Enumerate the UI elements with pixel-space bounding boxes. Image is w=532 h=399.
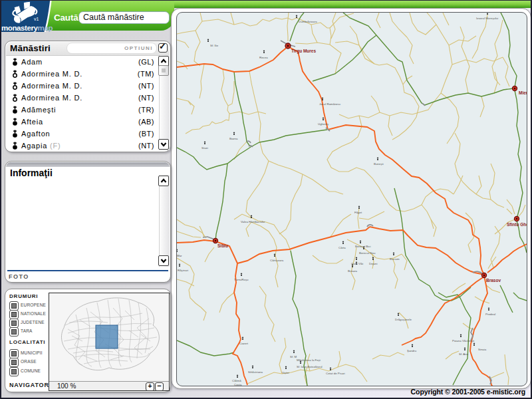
svg-text:Răşinari: Răşinari (178, 269, 188, 272)
svg-text:Sibiu: Sibiu (217, 243, 228, 248)
svg-text:Făget: Făget (354, 211, 362, 214)
svg-text:Drăguşanele: Drăguşanele (395, 318, 412, 321)
svg-text:Viştei: Viştei (282, 371, 289, 374)
svg-text:Bozna: Bozna (229, 137, 238, 140)
svg-text:Predeal: Predeal (485, 313, 495, 316)
svg-text:Poiana Văcăreşti: Poiana Văcăreşti (452, 339, 474, 342)
svg-text:Cozert: Cozert (239, 342, 249, 345)
svg-text:Gura Văii: Gura Văii (351, 262, 363, 265)
svg-text:Sf. M: Sf. M (290, 355, 297, 358)
svg-text:Berecut Bici: Berecut Bici (355, 245, 370, 248)
svg-text:Ugheniş: Ugheniş (318, 122, 329, 126)
svg-text:Sf. Ilie: Sf. Ilie (210, 44, 219, 47)
svg-text:Cârtişoara: Cârtişoara (270, 259, 284, 262)
svg-text:Valea Hârtibaciului: Valea Hârtibaciului (241, 220, 265, 223)
svg-text:Sihăstriana: Sihăstriana (248, 370, 263, 374)
svg-text:Cârta: Cârta (338, 246, 346, 249)
svg-text:Dejani: Dejani (369, 262, 377, 265)
svg-text:Cetat de Pisari: Cetat de Pisari (326, 372, 345, 375)
svg-text:Mar: Mar (177, 254, 182, 257)
svg-text:Sfintu Ghe: Sfintu Ghe (507, 222, 527, 227)
svg-text:Stuei: Stuei (201, 146, 208, 150)
svg-text:Breaza: Breaza (348, 269, 357, 273)
svg-text:Recea: Recea (259, 56, 268, 59)
svg-text:Şandru: Şandru (407, 349, 417, 352)
svg-text:Izvorul Mureşului: Izvorul Mureşului (476, 17, 498, 20)
svg-text:Sinaia: Sinaia (478, 348, 487, 351)
svg-text:Bucium: Bucium (390, 257, 400, 261)
svg-text:Tirgu Mures: Tirgu Mures (291, 49, 316, 54)
svg-text:Mănăstirea la Feţii: Mănăstirea la Feţii (297, 358, 321, 362)
svg-text:Sf. Ana: Sf. Ana (459, 352, 469, 356)
svg-text:Berecut Nou: Berecut Nou (359, 251, 376, 255)
svg-text:Brasov: Brasov (486, 278, 501, 283)
svg-text:Buneşti: Buneşti (374, 162, 384, 166)
svg-text:Sf. Ioan Botezătorul: Sf. Ioan Botezătorul (297, 365, 323, 368)
svg-text:Dumbrăvioara: Dumbrăvioara (299, 20, 317, 23)
svg-text:Jacul Românesc: Jacul Românesc (319, 102, 341, 106)
svg-text:Călimă: Călimă (232, 379, 241, 382)
svg-text:TurnuRoşu: TurnuRoşu (234, 278, 249, 281)
svg-text:Mierc: Mierc (519, 90, 527, 95)
svg-text:Coşta: Coşta (234, 383, 242, 386)
